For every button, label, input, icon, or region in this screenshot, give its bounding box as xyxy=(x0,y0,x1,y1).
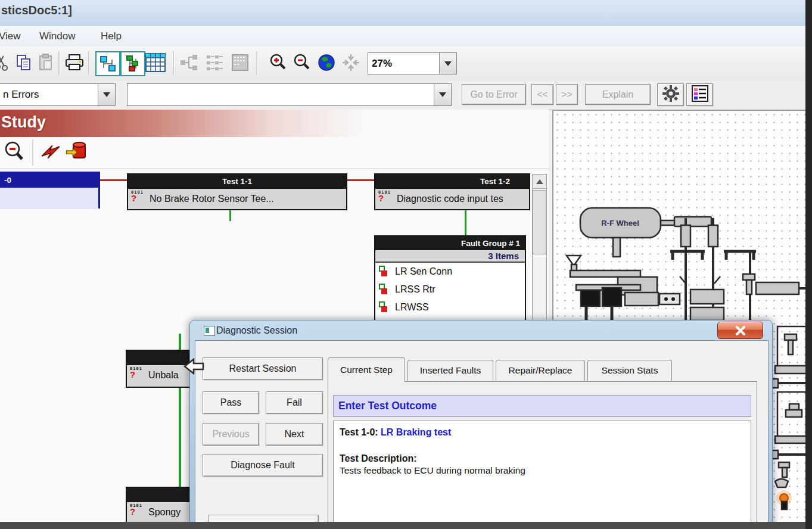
node-test-1-0[interactable]: -0 xyxy=(0,172,100,209)
study-banner-title: Study xyxy=(1,113,46,132)
error-type-value: n Errors xyxy=(0,89,98,101)
paste-icon[interactable] xyxy=(36,52,56,73)
toolbar-separator xyxy=(173,51,175,75)
tab-current-step[interactable]: Current Step xyxy=(328,357,405,382)
hierarchy-icon[interactable] xyxy=(179,52,199,73)
next-error-button[interactable]: >> xyxy=(556,84,578,105)
database-export-icon[interactable] xyxy=(64,140,88,166)
previous-button[interactable]: Previous xyxy=(203,423,259,446)
menu-bar: View Window Help xyxy=(0,27,812,47)
node-header: Fault Group # 1 xyxy=(375,237,525,250)
node-label: No Brake Rotor Sensor Tee... xyxy=(150,194,274,204)
node-test-1-1[interactable]: Test 1-1 0101? No Brake Rotor Sensor Tee… xyxy=(127,173,347,210)
restart-session-button[interactable]: Restart Session xyxy=(203,357,323,380)
step-heading: Enter Test Outcome xyxy=(333,395,751,417)
tab-inserted-faults[interactable]: Inserted Faults xyxy=(407,360,493,381)
zoom-out-icon[interactable] xyxy=(292,52,312,73)
component-icon xyxy=(379,284,390,295)
fault-item-label: LRSS Rtr xyxy=(395,284,435,295)
settings-gear-icon xyxy=(662,85,680,105)
test-icon: 0101? xyxy=(130,504,144,520)
menu-view[interactable]: View xyxy=(0,29,24,43)
right-edge-band xyxy=(805,0,812,529)
print-icon[interactable] xyxy=(64,52,85,73)
model-diagram-icon[interactable] xyxy=(95,51,120,76)
tab-session-stats[interactable]: Session Stats xyxy=(587,360,672,381)
diagram-scrollbar[interactable] xyxy=(532,174,547,320)
zoom-in-icon[interactable] xyxy=(268,52,288,73)
dialog-icon xyxy=(204,326,215,336)
chevron-down-icon[interactable] xyxy=(434,84,451,105)
node-header: -0 xyxy=(0,173,98,188)
fail-button[interactable]: Fail xyxy=(266,391,323,414)
mouse-cursor xyxy=(183,358,205,377)
title-bar: sticsDoc5:1] xyxy=(0,0,812,27)
window-title: sticsDoc5:1] xyxy=(1,4,72,17)
zoom-level-combobox[interactable]: 27% xyxy=(368,52,457,74)
zoom-out-icon[interactable] xyxy=(4,141,25,166)
study-banner: Study xyxy=(0,110,417,137)
main-toolbar: 27% xyxy=(0,46,812,82)
study-toolbar xyxy=(0,137,549,168)
table-view-icon[interactable] xyxy=(144,51,167,74)
component-icon xyxy=(379,266,390,278)
fault-item[interactable]: LRSS Rtr xyxy=(375,281,525,298)
panel-view-icon[interactable] xyxy=(230,52,250,73)
next-button[interactable]: Next xyxy=(266,423,323,446)
dialog-title: Diagnostic Session xyxy=(216,325,297,336)
node-fault-group[interactable]: Fault Group # 1 3 Items LR Sen Conn LRSS… xyxy=(374,235,526,325)
menu-window[interactable]: Window xyxy=(36,29,79,43)
fault-tree-icon[interactable] xyxy=(120,51,145,76)
scissors-icon[interactable] xyxy=(0,52,12,73)
node-spongy[interactable]: 0101? Spongy xyxy=(126,487,200,523)
bottom-edge-band xyxy=(0,522,812,529)
scroll-up-icon[interactable] xyxy=(533,175,546,189)
legend-button[interactable] xyxy=(686,83,713,106)
error-type-combobox[interactable]: n Errors xyxy=(0,83,116,106)
lightning-icon[interactable] xyxy=(39,141,62,166)
tab-repair-replace[interactable]: Repair/Replace xyxy=(496,360,585,381)
node-header: Test 1-2 xyxy=(375,175,529,189)
go-to-error-button[interactable]: Go to Error xyxy=(462,84,526,105)
connector-red xyxy=(346,179,375,181)
fault-item[interactable]: LRWSS xyxy=(375,298,525,316)
chevron-down-icon[interactable] xyxy=(98,84,115,105)
diagnostic-session-dialog: Diagnostic Session Restart Session Pass … xyxy=(189,320,773,529)
fault-group-count: 3 Items xyxy=(375,250,525,263)
error-toolbar: n Errors Go to Error << >> Explain xyxy=(0,81,812,110)
node-header xyxy=(127,488,198,502)
test-icon: 0101? xyxy=(378,191,393,207)
wheel-label: R-F Wheel xyxy=(601,219,639,228)
menu-help[interactable]: Help xyxy=(97,29,125,43)
scrollbar-thumb[interactable] xyxy=(533,190,546,254)
fault-item-label: LRWSS xyxy=(395,302,429,313)
app-window: sticsDoc5:1] View Window Help xyxy=(0,0,812,529)
pass-button[interactable]: Pass xyxy=(203,391,259,414)
test-icon: 0101? xyxy=(131,191,145,207)
close-icon[interactable] xyxy=(717,322,763,339)
fault-item[interactable]: LR Sen Conn xyxy=(375,263,525,281)
diagnose-fault-button[interactable]: Diagnose Fault xyxy=(203,454,323,477)
connector-red xyxy=(99,179,127,181)
settings-button[interactable] xyxy=(657,83,684,106)
test-name: LR Braking test xyxy=(381,427,451,437)
description-label: Test Description: xyxy=(340,452,745,465)
zoom-level-value: 27% xyxy=(368,58,439,70)
explain-button[interactable]: Explain xyxy=(585,84,651,105)
description-text: Tests feedback to ECU during normal brak… xyxy=(340,465,745,477)
dialog-client-area: Restart Session Pass Fail Previous Next … xyxy=(195,340,769,529)
divider xyxy=(0,169,549,169)
error-combobox[interactable] xyxy=(127,83,452,106)
connector-green xyxy=(229,209,231,221)
node-body xyxy=(0,188,98,209)
current-step-content: Enter Test Outcome Test 1-0: LR Braking … xyxy=(328,381,757,529)
node-header: Test 1-1 xyxy=(128,175,346,189)
center-view-icon[interactable] xyxy=(341,52,361,73)
list-view-icon[interactable] xyxy=(205,52,225,73)
copy-icon[interactable] xyxy=(14,52,34,73)
node-test-1-2[interactable]: Test 1-2 0101? Diagnostic code input tes xyxy=(374,173,530,210)
chevron-down-icon[interactable] xyxy=(439,53,456,74)
globe-icon[interactable] xyxy=(316,52,337,73)
toolbar-separator xyxy=(58,51,60,75)
prev-error-button[interactable]: << xyxy=(531,84,553,105)
